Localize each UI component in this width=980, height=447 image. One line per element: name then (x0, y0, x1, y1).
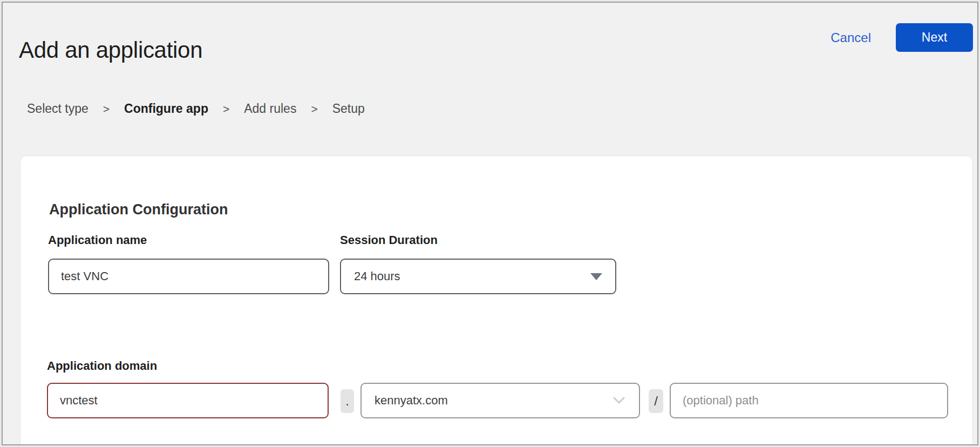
step-configure-app[interactable]: Configure app (124, 101, 208, 116)
application-name-label: Application name (48, 233, 147, 247)
application-domain-label: Application domain (47, 359, 157, 373)
domain-select[interactable]: kennyatx.com (360, 383, 640, 418)
session-duration-select[interactable]: 24 hours (340, 259, 616, 294)
chevron-down-icon (612, 396, 626, 405)
path-input[interactable] (670, 383, 948, 418)
next-button[interactable]: Next (896, 23, 973, 52)
session-duration-label: Session Duration (340, 233, 438, 247)
application-name-input[interactable] (48, 259, 329, 294)
cancel-button[interactable]: Cancel (831, 30, 871, 45)
breadcrumb: Select type > Configure app > Add rules … (27, 101, 365, 116)
subdomain-input[interactable] (47, 383, 329, 418)
page: Add an application Cancel Next Select ty… (2, 2, 978, 445)
dot-separator: . (341, 389, 354, 413)
step-select-type[interactable]: Select type (27, 101, 89, 116)
header-actions: Cancel Next (831, 23, 973, 52)
step-add-rules[interactable]: Add rules (244, 101, 296, 116)
section-title: Application Configuration (49, 201, 228, 218)
breadcrumb-separator: > (311, 103, 317, 116)
domain-select-value: kennyatx.com (375, 394, 448, 408)
slash-separator: / (649, 389, 663, 413)
breadcrumb-separator: > (223, 103, 229, 116)
step-setup[interactable]: Setup (332, 101, 365, 116)
breadcrumb-separator: > (103, 103, 110, 116)
session-duration-value: 24 hours (354, 269, 400, 283)
caret-down-icon (590, 273, 602, 280)
application-configuration-card: Application Configuration Application na… (20, 155, 973, 445)
page-title: Add an application (19, 36, 202, 64)
